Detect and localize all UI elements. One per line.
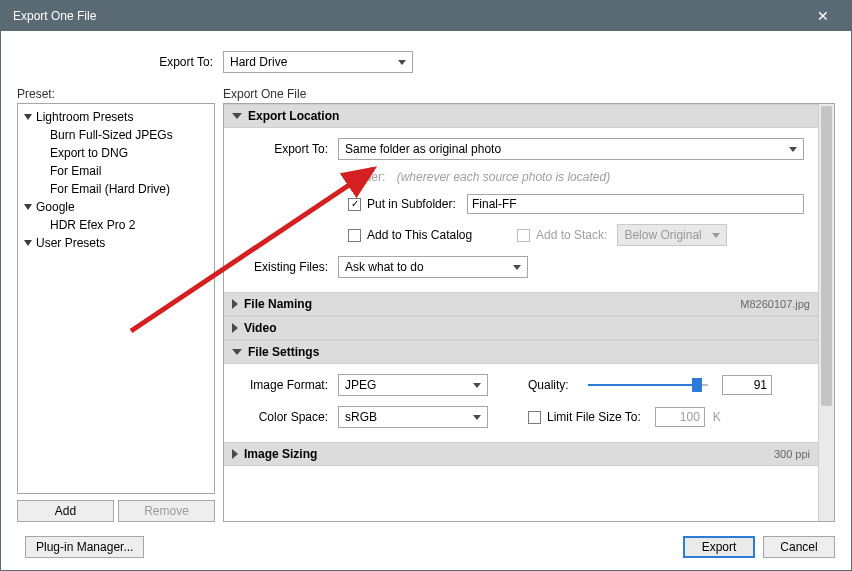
preset-column-label: Preset: — [17, 87, 223, 101]
add-to-stack-label: Add to Stack: — [536, 228, 607, 242]
image-format-select[interactable]: JPEG — [338, 374, 488, 396]
section-title: File Naming — [244, 297, 312, 311]
remove-preset-button[interactable]: Remove — [118, 500, 215, 522]
dialog-footer: Plug-in Manager... Export Cancel — [17, 522, 835, 558]
settings-scroll[interactable]: Export Location Export To: Same folder a… — [224, 104, 818, 521]
section-video[interactable]: Video — [224, 316, 818, 340]
limit-filesize-checkbox[interactable] — [528, 411, 541, 424]
quality-label: Quality: — [528, 378, 588, 392]
chevron-right-icon — [232, 299, 238, 309]
preset-item[interactable]: HDR Efex Pro 2 — [24, 216, 208, 234]
existing-files-select[interactable]: Ask what to do — [338, 256, 528, 278]
stack-position-select: Below Original — [617, 224, 727, 246]
export-to-row: Export To: Hard Drive — [17, 43, 835, 87]
export-button[interactable]: Export — [683, 536, 755, 558]
folder-hint: Folder: (wherever each source photo is l… — [348, 170, 804, 184]
chevron-right-icon — [232, 323, 238, 333]
export-to-select[interactable]: Hard Drive — [223, 51, 413, 73]
cancel-button[interactable]: Cancel — [763, 536, 835, 558]
dialog-content: Export To: Hard Drive Preset: Export One… — [1, 31, 851, 570]
section-file-settings[interactable]: File Settings — [224, 340, 818, 364]
chevron-down-icon — [24, 114, 32, 120]
preset-group-lightroom[interactable]: Lightroom Presets — [24, 108, 208, 126]
titlebar: Export One File ✕ — [1, 1, 851, 31]
subfolder-checkbox[interactable]: ✓ — [348, 198, 361, 211]
add-preset-button[interactable]: Add — [17, 500, 114, 522]
limit-filesize-unit: K — [713, 410, 721, 424]
preset-group-google[interactable]: Google — [24, 198, 208, 216]
close-icon[interactable]: ✕ — [803, 1, 843, 31]
existing-files-label: Existing Files: — [238, 260, 338, 274]
settings-column-label: Export One File — [223, 87, 306, 101]
preset-group-label: User Presets — [36, 236, 105, 250]
chevron-down-icon — [232, 349, 242, 355]
preset-group-user[interactable]: User Presets — [24, 234, 208, 252]
file-naming-info: M8260107.jpg — [740, 298, 810, 310]
preset-tree[interactable]: Lightroom Presets Burn Full-Sized JPEGs … — [17, 103, 215, 494]
export-dialog: Export One File ✕ Export To: Hard Drive … — [0, 0, 852, 571]
section-title: File Settings — [248, 345, 319, 359]
file-settings-body: Image Format: JPEG Quality: — [224, 364, 818, 442]
add-to-catalog-label: Add to This Catalog — [367, 228, 487, 242]
subfolder-label: Put in Subfolder: — [367, 197, 467, 211]
quality-slider[interactable] — [588, 375, 708, 395]
section-title: Export Location — [248, 109, 339, 123]
export-to-value: Hard Drive — [230, 55, 287, 69]
color-space-label: Color Space: — [238, 410, 338, 424]
window-title: Export One File — [13, 9, 803, 23]
slider-knob[interactable] — [692, 378, 702, 392]
preset-item[interactable]: For Email (Hard Drive) — [24, 180, 208, 198]
add-to-catalog-checkbox[interactable] — [348, 229, 361, 242]
settings-scrollbar[interactable] — [818, 104, 834, 521]
add-to-stack-checkbox — [517, 229, 530, 242]
section-title: Image Sizing — [244, 447, 317, 461]
chevron-down-icon — [24, 240, 32, 246]
chevron-down-icon — [232, 113, 242, 119]
limit-filesize-input[interactable]: 100 — [655, 407, 705, 427]
preset-group-label: Google — [36, 200, 75, 214]
section-file-naming[interactable]: File Naming M8260107.jpg — [224, 292, 818, 316]
preset-item[interactable]: For Email — [24, 162, 208, 180]
preset-item[interactable]: Export to DNG — [24, 144, 208, 162]
export-location-to-label: Export To: — [238, 142, 338, 156]
color-space-select[interactable]: sRGB — [338, 406, 488, 428]
scrollbar-thumb[interactable] — [821, 106, 832, 406]
limit-filesize-label: Limit File Size To: — [547, 410, 641, 424]
section-image-sizing[interactable]: Image Sizing 300 ppi — [224, 442, 818, 466]
export-location-body: Export To: Same folder as original photo… — [224, 128, 818, 292]
preset-group-label: Lightroom Presets — [36, 110, 133, 124]
preset-column: Lightroom Presets Burn Full-Sized JPEGs … — [17, 103, 215, 522]
chevron-right-icon — [232, 449, 238, 459]
export-location-to-select[interactable]: Same folder as original photo — [338, 138, 804, 160]
section-title: Video — [244, 321, 276, 335]
image-sizing-info: 300 ppi — [774, 448, 810, 460]
chevron-down-icon — [24, 204, 32, 210]
image-format-label: Image Format: — [238, 378, 338, 392]
plugin-manager-button[interactable]: Plug-in Manager... — [25, 536, 144, 558]
quality-input[interactable]: 91 — [722, 375, 772, 395]
export-location-to-value: Same folder as original photo — [345, 142, 501, 156]
subfolder-input[interactable]: Final-FF — [467, 194, 804, 214]
export-to-label: Export To: — [17, 55, 223, 69]
column-labels: Preset: Export One File — [17, 87, 835, 103]
settings-column: Export Location Export To: Same folder a… — [223, 103, 835, 522]
section-export-location[interactable]: Export Location — [224, 104, 818, 128]
preset-item[interactable]: Burn Full-Sized JPEGs — [24, 126, 208, 144]
